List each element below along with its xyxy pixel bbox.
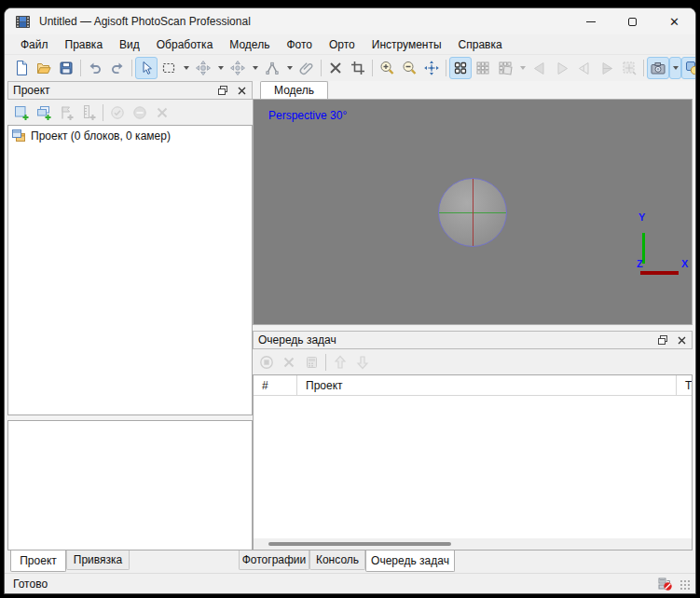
show-shapes-button[interactable] [681,57,696,79]
pyramid-quarter-icon [598,60,615,76]
enable-item-button[interactable] [106,102,129,124]
view-next-button[interactable] [551,57,573,79]
remove-x-icon [154,104,171,121]
column-number[interactable]: # [254,375,297,395]
tab-reference[interactable]: Привязка [66,550,130,570]
open-folder-icon [35,60,52,76]
toolbar-separator [321,60,322,76]
grid-images-icon [497,60,514,76]
menu-photo[interactable]: Фото [278,35,321,54]
tab-model[interactable]: Модель [260,81,328,99]
undo-button[interactable] [84,57,106,79]
menu-edit[interactable]: Правка [57,35,112,54]
tab-task-queue[interactable]: Очередь задач [365,550,455,572]
maximize-button[interactable] [611,8,653,34]
remove-item-button[interactable] [151,102,173,124]
add-chunk-icon [13,104,30,121]
add-photos-icon [35,104,52,121]
rectangle-selection-button[interactable] [158,57,180,79]
grid-2x2-icon [452,60,469,76]
column-project[interactable]: Проект [297,375,677,395]
zoom-in-button[interactable] [376,57,398,79]
pause-task-button[interactable] [255,351,278,374]
menu-help[interactable]: Справка [450,35,511,54]
redo-icon [109,60,126,76]
task-queue-columns: # Проект Тек [254,375,692,396]
menu-workflow[interactable]: Обработка [148,35,222,54]
split-view-3x3-button[interactable] [472,57,494,79]
split-view-2x2-button[interactable] [449,57,472,79]
split-view-dropdown[interactable] [516,57,528,79]
task-queue-close-button[interactable] [674,333,689,347]
cancel-task-button[interactable] [278,351,300,374]
toolbar-separator [131,60,132,76]
disable-item-button[interactable] [129,102,151,124]
measure-tool-button[interactable] [261,57,283,79]
network-disabled-icon[interactable] [657,577,674,591]
move-object-button[interactable] [192,57,214,79]
task-queue-pane: Очередь задач [253,331,693,550]
zoom-in-icon [378,60,395,76]
view-left-button[interactable] [573,57,596,79]
attach-tool-button[interactable] [295,57,318,79]
add-photos-button[interactable] [33,102,55,124]
toolbar-separator [643,60,644,76]
split-view-images-button[interactable] [494,57,516,79]
tab-console[interactable]: Консоль [309,550,365,570]
task-queue-float-button[interactable] [655,333,670,347]
move-object-dropdown[interactable] [214,57,226,79]
title-bar: Untitled — Agisoft PhotoScan Professiona… [5,8,695,34]
close-button[interactable]: ✕ [653,8,695,34]
open-project-button[interactable] [33,57,55,79]
redo-button[interactable] [106,57,129,79]
process-task-button[interactable] [300,351,323,374]
delete-button[interactable] [324,57,347,79]
crop-button[interactable] [347,57,369,79]
view-prev-button[interactable] [528,57,551,79]
project-tree-root[interactable]: Проект (0 блоков, 0 камер) [8,126,252,143]
menu-ortho[interactable]: Орто [321,35,364,54]
task-queue-hscrollbar[interactable] [253,538,693,550]
move-task-up-button[interactable] [329,351,351,374]
tab-photos[interactable]: Фотографии [239,550,309,570]
column-current[interactable]: Тек [677,375,692,395]
model-viewport[interactable]: Perspective 30° Y Z X [253,99,693,325]
measure-tool-dropdown[interactable] [283,57,295,79]
menu-file[interactable]: Файл [12,35,57,54]
save-icon [58,60,75,76]
menu-tools[interactable]: Инструменты [364,35,450,54]
workspace-float-button[interactable] [215,83,230,98]
add-marker-button[interactable] [55,102,77,124]
dropdown-caret-icon [184,66,189,70]
save-project-button[interactable] [55,57,77,79]
view-right-button[interactable] [596,57,618,79]
minus-circle-icon [131,104,148,121]
zoom-out-button[interactable] [398,57,420,79]
move-task-down-button[interactable] [351,351,374,374]
menu-model[interactable]: Модель [221,35,278,54]
minimize-icon [586,21,596,22]
grid-3x3-icon [474,60,491,76]
reset-view-button[interactable] [420,57,443,79]
rectangle-selection-icon [160,60,177,76]
minimize-button[interactable] [570,8,611,34]
axis-x-line [640,271,679,275]
move-model-dropdown[interactable] [249,57,261,79]
maximize-icon [628,18,637,26]
menu-view[interactable]: Вид [111,35,148,54]
new-project-button[interactable] [10,57,33,79]
tab-workspace[interactable]: Проект [10,550,66,572]
show-cameras-button[interactable] [647,57,669,79]
selection-tool-button[interactable] [135,57,158,79]
transform-region-button[interactable] [618,57,640,79]
add-chunk-button[interactable] [10,102,33,124]
show-cameras-dropdown[interactable] [669,57,681,79]
resize-grip[interactable] [679,579,692,591]
workspace-close-button[interactable] [234,83,249,98]
bottom-tab-bar: Проект Привязка Фотографии Консоль Очере… [5,550,695,573]
move-model-button[interactable] [226,57,249,79]
add-scalebar-button[interactable] [77,102,100,124]
hscrollbar-thumb[interactable] [268,542,451,546]
rectangle-selection-dropdown[interactable] [180,57,192,79]
float-icon [217,85,228,96]
